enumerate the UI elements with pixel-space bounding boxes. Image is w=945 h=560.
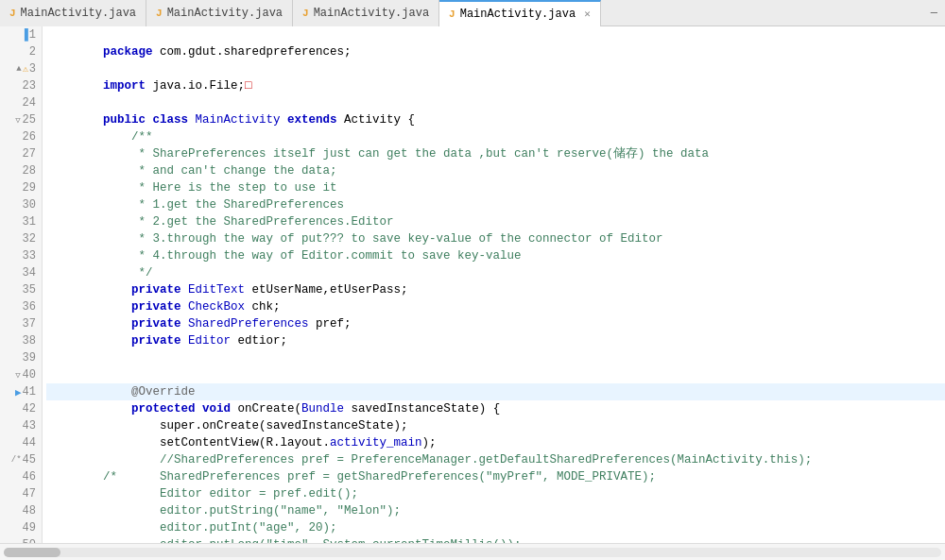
line-num-30: 30 <box>0 196 42 213</box>
line-num-44: 44 <box>0 434 42 451</box>
line-num-25: ▽25 <box>0 111 42 128</box>
tab-3[interactable]: J MainActivity.java <box>293 0 439 26</box>
code-line-40: @Override <box>46 366 945 383</box>
gutter-warning-icon: ⚠ <box>23 63 28 75</box>
line-num-31: 31 <box>0 213 42 230</box>
java-file-icon-3: J <box>302 8 309 19</box>
line-num-46: 46 <box>0 468 42 485</box>
java-file-icon-4: J <box>449 8 455 20</box>
line-num-45: /*45 <box>0 451 42 468</box>
fold-icon-25[interactable]: ▽ <box>15 115 20 126</box>
fold-icon-40[interactable]: ▽ <box>15 370 20 381</box>
tab-4-close-icon[interactable]: ✕ <box>584 8 591 20</box>
line-num-40: ▽40 <box>0 366 42 383</box>
line-num-38: 38 <box>0 332 42 349</box>
line-num-34: 34 <box>0 264 42 281</box>
code-line-1: package com.gdut.sharedpreferences; <box>46 26 945 43</box>
line-num-33: 33 <box>0 247 42 264</box>
horizontal-scrollbar[interactable] <box>0 543 945 560</box>
code-editor[interactable]: ▐1 2 ▲ ⚠3 23 24 ▽25 26 27 28 29 30 31 32… <box>0 26 945 543</box>
line-num-23: 23 <box>0 77 42 94</box>
line-num-50: 50 <box>0 536 42 543</box>
line-num-39: 39 <box>0 349 42 366</box>
code-line-26: * SharePreferences itself just can get t… <box>46 128 945 145</box>
line-num-42: 42 <box>0 400 42 417</box>
tab-1-label: MainActivity.java <box>21 7 136 20</box>
tab-3-label: MainActivity.java <box>314 7 429 20</box>
line-num-1: ▐1 <box>0 26 42 43</box>
line-num-47: 47 <box>0 485 42 502</box>
line-num-32: 32 <box>0 230 42 247</box>
code-line-3: import java.io.File;□ <box>46 60 945 77</box>
gutter-fold-icon-3[interactable]: ▲ <box>16 64 21 74</box>
tab-2-label: MainActivity.java <box>167 7 283 20</box>
line-num-36: 36 <box>0 298 42 315</box>
line-num-24: 24 <box>0 94 42 111</box>
scroll-thumb[interactable] <box>4 548 60 557</box>
tab-4-label: MainActivity.java <box>460 8 576 21</box>
java-file-icon: J <box>9 8 16 19</box>
debug-arrow-icon: ▶ <box>15 386 22 399</box>
scroll-track[interactable] <box>4 548 941 557</box>
line-num-37: 37 <box>0 315 42 332</box>
line-num-48: 48 <box>0 502 42 519</box>
line-num-28: 28 <box>0 162 42 179</box>
comment-marker-icon: /* <box>11 455 22 465</box>
code-line-34: private EditText etUserName,etUserPass; <box>46 264 945 281</box>
tab-1[interactable]: J MainActivity.java <box>0 0 146 26</box>
code-line-24: public class MainActivity extends Activi… <box>46 94 945 111</box>
line-num-29: 29 <box>0 179 42 196</box>
tab-4[interactable]: J MainActivity.java ✕ <box>439 0 601 26</box>
code-line-39 <box>46 349 945 366</box>
code-content[interactable]: package com.gdut.sharedpreferences; impo… <box>43 26 945 543</box>
line-num-26: 26 <box>0 128 42 145</box>
line-num-41: ▶41 <box>0 383 42 400</box>
line-num-35: 35 <box>0 281 42 298</box>
code-container: ▐1 2 ▲ ⚠3 23 24 ▽25 26 27 28 29 30 31 32… <box>0 26 945 543</box>
line-num-3: ▲ ⚠3 <box>0 60 42 77</box>
tab-2[interactable]: J MainActivity.java <box>146 0 293 26</box>
minimize-button[interactable]: — <box>931 7 945 20</box>
line-number-gutter: ▐1 2 ▲ ⚠3 23 24 ▽25 26 27 28 29 30 31 32… <box>0 26 43 543</box>
line-num-27: 27 <box>0 145 42 162</box>
gutter-icon-bookmark: ▐ <box>21 28 28 42</box>
line-num-43: 43 <box>0 417 42 434</box>
line-num-49: 49 <box>0 519 42 536</box>
line-num-2: 2 <box>0 43 42 60</box>
tab-bar: J MainActivity.java J MainActivity.java … <box>0 0 945 26</box>
java-file-icon-2: J <box>156 8 163 19</box>
